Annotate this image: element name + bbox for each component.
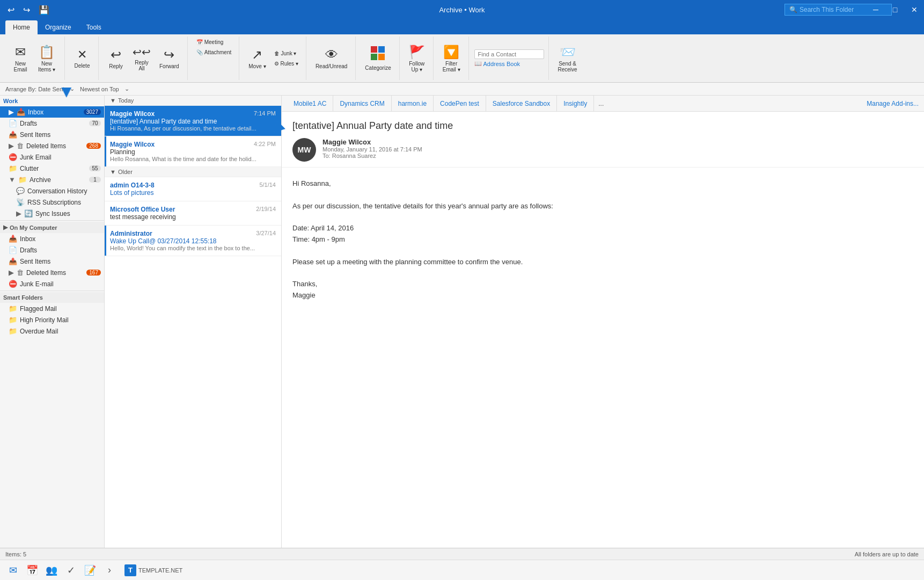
email-from-info: Maggie Wilcox Monday, January 11, 2016 a…: [322, 138, 913, 159]
sidebar-overdue[interactable]: 📁 Overdue Mail: [0, 325, 104, 337]
addin-dynamics[interactable]: Dynamics CRM: [333, 96, 391, 112]
sidebar-computer-sent[interactable]: 📤 Sent Items: [0, 256, 104, 267]
address-book-icon: 📖: [474, 60, 482, 67]
template-logo: T TEMPLATE.NET: [124, 564, 182, 576]
ribbon-group-categorize: Categorize: [357, 37, 399, 80]
delete-label: Delete: [75, 63, 90, 69]
sidebar-computer-header: ▶ On My Computer: [0, 222, 104, 233]
send-receive-button[interactable]: 📨 Send &Receive: [554, 40, 581, 77]
template-text: TEMPLATE.NET: [138, 567, 182, 574]
email-item-3[interactable]: Microsoft Office User test message recei…: [105, 201, 281, 226]
junk-icon: 🗑: [274, 50, 280, 56]
sidebar-computer-inbox[interactable]: 📥 Inbox: [0, 233, 104, 244]
delete-button[interactable]: ✕ Delete: [70, 40, 94, 77]
sidebar-item-sent[interactable]: 📤 Sent Items: [0, 129, 104, 140]
forward-label: Forward: [159, 63, 179, 69]
sidebar-computer-deleted[interactable]: ▶ 🗑 Deleted Items 167: [0, 267, 104, 278]
email-item-4[interactable]: Administrator Wake Up Call@ 03/27/2014 1…: [105, 226, 281, 256]
addin-mobile1[interactable]: Mobile1 AC: [287, 96, 333, 112]
sidebar-item-junk[interactable]: ⛔ Junk Email: [0, 151, 104, 163]
undo-button[interactable]: ↩: [5, 5, 17, 15]
move-button[interactable]: ↗ Move ▾: [245, 40, 269, 77]
sidebar-item-clutter[interactable]: 📁 Clutter 55: [0, 163, 104, 174]
sidebar-high-priority[interactable]: 📁 High Priority Mail: [0, 314, 104, 325]
sidebar-computer-junk[interactable]: ⛔ Junk E-mail: [0, 278, 104, 289]
nav-notes[interactable]: 📝: [82, 562, 99, 579]
new-email-button[interactable]: ✉ NewEmail: [9, 40, 32, 77]
sidebar: Work ▶ 📥 Inbox 3027 📄 Drafts 70 📤 Sent I…: [0, 96, 105, 548]
nav-tasks[interactable]: ✓: [62, 562, 79, 579]
rules-button[interactable]: ⚙ Rules ▾: [271, 59, 302, 68]
account-icon[interactable]: 👤: [847, 0, 866, 19]
email-item-0[interactable]: Maggie Wilcox [tentative] Annual Party d…: [105, 106, 281, 136]
categorize-button[interactable]: Categorize: [361, 40, 394, 77]
sidebar-item-drafts[interactable]: 📄 Drafts 70: [0, 118, 104, 129]
tab-organize[interactable]: Organize: [38, 20, 79, 34]
addin-insightly[interactable]: Insightly: [557, 96, 594, 112]
smart-label: Smart Folders: [3, 294, 43, 301]
sidebar-item-deleted[interactable]: ▶ 🗑 Deleted Items 268: [0, 140, 104, 151]
junk-nav-icon: ⛔: [9, 153, 17, 161]
sort-bar: Arrange By: Date Sent ⌄ Newest on Top ⌄: [0, 83, 924, 96]
reply-all-label: ReplyAll: [135, 60, 149, 71]
email-preview-0: Hi Rosanna, As per our discussion, the t…: [110, 125, 276, 132]
redo-button[interactable]: ↪: [21, 5, 32, 15]
address-book-button[interactable]: 📖 Address Book: [474, 60, 544, 67]
new-items-icon: 📋: [39, 45, 55, 60]
junk-rules-group: 🗑 Junk ▾ ⚙ Rules ▾: [271, 49, 302, 68]
addin-manage-button[interactable]: Manage Add-ins...: [867, 100, 919, 107]
window-controls-left[interactable]: ↩ ↪ 💾: [5, 5, 52, 15]
addin-codepen[interactable]: CodePen test: [434, 96, 486, 112]
sidebar-item-archive[interactable]: ▼ 📁 Archive 1: [0, 174, 104, 185]
window-controls[interactable]: 👤 ─ □ ✕: [847, 0, 924, 19]
email-subject-0: [tentative] Annual Party date and time: [110, 118, 276, 125]
sidebar-computer-drafts[interactable]: 📄 Drafts: [0, 244, 104, 256]
find-contact-input[interactable]: [474, 49, 544, 59]
filter-button[interactable]: 🔽 FilterEmail ▾: [439, 40, 464, 77]
conv-history-icon: 💬: [16, 187, 25, 195]
tab-tools[interactable]: Tools: [79, 20, 109, 34]
sidebar-item-inbox[interactable]: ▶ 📥 Inbox 3027: [0, 106, 104, 118]
maximize-button[interactable]: □: [885, 0, 905, 19]
junk-button[interactable]: 🗑 Junk ▾: [271, 49, 302, 58]
inbox-expand-icon: ▶: [9, 108, 14, 116]
sidebar-item-conversation-history[interactable]: 💬 Conversation History: [0, 185, 104, 197]
addin-harmon[interactable]: harmon.ie: [392, 96, 434, 112]
email-preview-4: Hello, World! You can modify the text in…: [110, 245, 276, 251]
forward-button[interactable]: ↪ Forward: [156, 40, 183, 77]
read-unread-button[interactable]: 👁 Read/Unread: [312, 40, 351, 77]
nav-more[interactable]: ›: [101, 562, 118, 579]
followup-button[interactable]: 🚩 FollowUp ▾: [405, 40, 429, 77]
filter-label: FilterEmail ▾: [443, 61, 460, 73]
nav-mail[interactable]: ✉: [4, 562, 21, 579]
computer-expand-icon: ▶: [3, 224, 8, 231]
reply-button[interactable]: ↩ Reply: [104, 40, 128, 77]
window-title: Archive • Work: [439, 6, 485, 14]
sidebar-item-sync-issues[interactable]: ▶ 🔄 Sync Issues: [0, 208, 104, 219]
nav-contacts-icon: 👥: [46, 564, 57, 576]
attachment-button[interactable]: 📎 Attachment: [193, 48, 235, 57]
sender-avatar: MW: [292, 138, 316, 162]
sidebar-flagged[interactable]: 📁 Flagged Mail: [0, 303, 104, 314]
email-item-2[interactable]: admin O14-3-8 Lots of pictures 5/1/14: [105, 177, 281, 201]
addin-salesforce[interactable]: Salesforce Sandbox: [486, 96, 557, 112]
minimize-button[interactable]: ─: [866, 0, 885, 19]
email-item-1[interactable]: Maggie Wilcox Planning Hello Rosanna, Wh…: [105, 136, 281, 167]
c-del-icon: 🗑: [17, 269, 24, 277]
addin-more-button[interactable]: ...: [594, 98, 608, 110]
save-button[interactable]: 💾: [36, 5, 52, 15]
meeting-button[interactable]: 📅 Meeting: [193, 38, 235, 47]
sidebar-item-rss[interactable]: 📡 RSS Subscriptions: [0, 197, 104, 208]
body-time: Time: 4pm - 9pm: [292, 234, 913, 245]
older-expand: ▼: [110, 169, 116, 175]
reply-all-button[interactable]: ↩↩ ReplyAll: [129, 40, 155, 77]
tab-home[interactable]: Home: [5, 20, 38, 34]
today-expand: ▼: [110, 97, 116, 104]
nav-calendar[interactable]: 📅: [24, 562, 41, 579]
ribbon-tabs: Home Organize Tools: [0, 19, 924, 34]
close-button[interactable]: ✕: [905, 0, 924, 19]
new-items-button[interactable]: 📋 NewItems ▾: [33, 40, 60, 77]
date-group-today: ▼ Today: [105, 96, 281, 106]
nav-contacts[interactable]: 👥: [43, 562, 60, 579]
forward-icon: ↪: [164, 47, 174, 62]
